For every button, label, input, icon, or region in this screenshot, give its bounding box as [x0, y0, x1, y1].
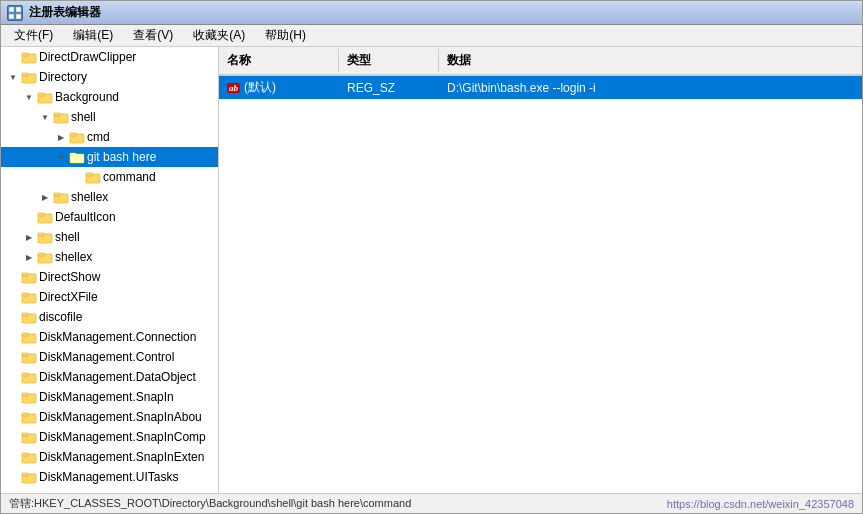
tree-label-shellex-2: shellex	[55, 250, 96, 264]
tree-label-command: command	[103, 170, 160, 184]
tree-label-cmd: cmd	[87, 130, 114, 144]
window-title: 注册表编辑器	[29, 4, 101, 21]
detail-row-name: (默认)	[244, 79, 276, 96]
tree-item-shellex-1[interactable]: shellex	[1, 187, 218, 207]
tree-item-defaulticon[interactable]: DefaultIcon	[1, 207, 218, 227]
folder-icon	[21, 309, 37, 325]
tree-label-diskmanagement-snapin: DiskManagement.SnapIn	[39, 390, 178, 404]
detail-cell-name: ab (默认)	[219, 76, 339, 99]
svg-rect-1	[16, 7, 21, 12]
svg-rect-41	[22, 413, 28, 416]
menu-favorites[interactable]: 收藏夹(A)	[184, 24, 254, 47]
expand-arrow	[5, 269, 21, 285]
folder-icon	[37, 229, 53, 245]
menu-edit[interactable]: 编辑(E)	[64, 24, 122, 47]
tree-item-discofile[interactable]: discofile	[1, 307, 218, 327]
expand-arrow	[5, 289, 21, 305]
expand-arrow	[37, 109, 53, 125]
ab-icon: ab	[227, 83, 240, 93]
svg-rect-9	[38, 93, 44, 96]
tree-item-diskmanagement-uitasks[interactable]: DiskManagement.UITasks	[1, 467, 218, 487]
tree-label-shell-2: shell	[55, 230, 84, 244]
svg-rect-31	[22, 313, 28, 316]
folder-icon	[37, 249, 53, 265]
tree-item-shell-1[interactable]: shell	[1, 107, 218, 127]
svg-rect-5	[22, 53, 28, 56]
expand-arrow	[5, 429, 21, 445]
title-bar: 注册表编辑器	[1, 1, 862, 25]
svg-rect-7	[22, 73, 28, 76]
tree-item-cmd[interactable]: cmd	[1, 127, 218, 147]
folder-icon	[53, 109, 69, 125]
tree-item-diskmanagement-snapinabout[interactable]: DiskManagement.SnapInAbou	[1, 407, 218, 427]
detail-cell-data: D:\Git\bin\bash.exe --login -i	[439, 76, 862, 99]
tree-item-directxfile[interactable]: DirectXFile	[1, 287, 218, 307]
expand-arrow	[5, 69, 21, 85]
expand-arrow	[21, 209, 37, 225]
tree-item-directshow[interactable]: DirectShow	[1, 267, 218, 287]
folder-icon	[69, 129, 85, 145]
detail-row[interactable]: ab (默认) REG_SZ D:\Git\bin\bash.exe --log…	[219, 76, 862, 100]
tree-panel[interactable]: DirectDrawClipper Directory Background	[1, 47, 219, 493]
tree-label-diskmanagement-uitasks: DiskManagement.UITasks	[39, 470, 182, 484]
tree-item-command[interactable]: command	[1, 167, 218, 187]
folder-icon	[69, 149, 85, 165]
expand-arrow	[21, 249, 37, 265]
tree-label-shell-1: shell	[71, 110, 100, 124]
detail-header: 名称 类型 数据	[219, 47, 862, 76]
tree-label-diskmanagement-dataobject: DiskManagement.DataObject	[39, 370, 200, 384]
svg-rect-43	[22, 433, 28, 436]
content-area: DirectDrawClipper Directory Background	[1, 47, 862, 493]
folder-icon	[21, 49, 37, 65]
svg-rect-47	[22, 473, 28, 476]
svg-rect-17	[86, 173, 92, 176]
expand-arrow	[5, 469, 21, 485]
tree-item-diskmanagement-snapincomp[interactable]: DiskManagement.SnapInComp	[1, 427, 218, 447]
expand-arrow	[5, 369, 21, 385]
tree-label-directxfile: DirectXFile	[39, 290, 102, 304]
folder-icon	[53, 189, 69, 205]
tree-label-defaulticon: DefaultIcon	[55, 210, 120, 224]
svg-rect-37	[22, 373, 28, 376]
tree-item-diskmanagement-snapinexten[interactable]: DiskManagement.SnapInExten	[1, 447, 218, 467]
svg-rect-23	[38, 233, 44, 236]
tree-item-diskmanagement-control[interactable]: DiskManagement.Control	[1, 347, 218, 367]
expand-arrow	[53, 149, 69, 165]
tree-label-directory: Directory	[39, 70, 91, 84]
menu-bar: 文件(F) 编辑(E) 查看(V) 收藏夹(A) 帮助(H)	[1, 25, 862, 47]
folder-icon	[21, 369, 37, 385]
col-header-data[interactable]: 数据	[439, 49, 862, 72]
menu-help[interactable]: 帮助(H)	[256, 24, 315, 47]
tree-item-git-bash-here[interactable]: git bash here	[1, 147, 218, 167]
tree-label-directdrawclipper: DirectDrawClipper	[39, 50, 140, 64]
tree-item-directdrawclipper[interactable]: DirectDrawClipper	[1, 47, 218, 67]
tree-item-diskmanagement-dataobject[interactable]: DiskManagement.DataObject	[1, 367, 218, 387]
svg-rect-3	[16, 14, 21, 19]
tree-label-diskmanagement-snapincomp: DiskManagement.SnapInComp	[39, 430, 210, 444]
tree-item-background[interactable]: Background	[1, 87, 218, 107]
svg-rect-29	[22, 293, 28, 296]
menu-view[interactable]: 查看(V)	[124, 24, 182, 47]
tree-item-diskmanagement-snapin[interactable]: DiskManagement.SnapIn	[1, 387, 218, 407]
tree-item-directory[interactable]: Directory	[1, 67, 218, 87]
expand-arrow	[21, 229, 37, 245]
col-header-name[interactable]: 名称	[219, 49, 339, 72]
svg-rect-45	[22, 453, 28, 456]
folder-icon	[85, 169, 101, 185]
svg-rect-19	[54, 193, 60, 196]
expand-arrow	[37, 189, 53, 205]
svg-rect-15	[70, 153, 76, 156]
tree-item-shell-2[interactable]: shell	[1, 227, 218, 247]
watermark: https://blog.csdn.net/weixin_42357048	[667, 498, 854, 510]
svg-rect-39	[22, 393, 28, 396]
folder-icon	[21, 329, 37, 345]
col-header-type[interactable]: 类型	[339, 49, 439, 72]
tree-item-shellex-2[interactable]: shellex	[1, 247, 218, 267]
svg-rect-21	[38, 213, 44, 216]
folder-icon	[21, 69, 37, 85]
folder-icon	[21, 429, 37, 445]
expand-arrow	[5, 449, 21, 465]
menu-file[interactable]: 文件(F)	[5, 24, 62, 47]
tree-label-discofile: discofile	[39, 310, 86, 324]
tree-item-diskmanagement-connection[interactable]: DiskManagement.Connection	[1, 327, 218, 347]
